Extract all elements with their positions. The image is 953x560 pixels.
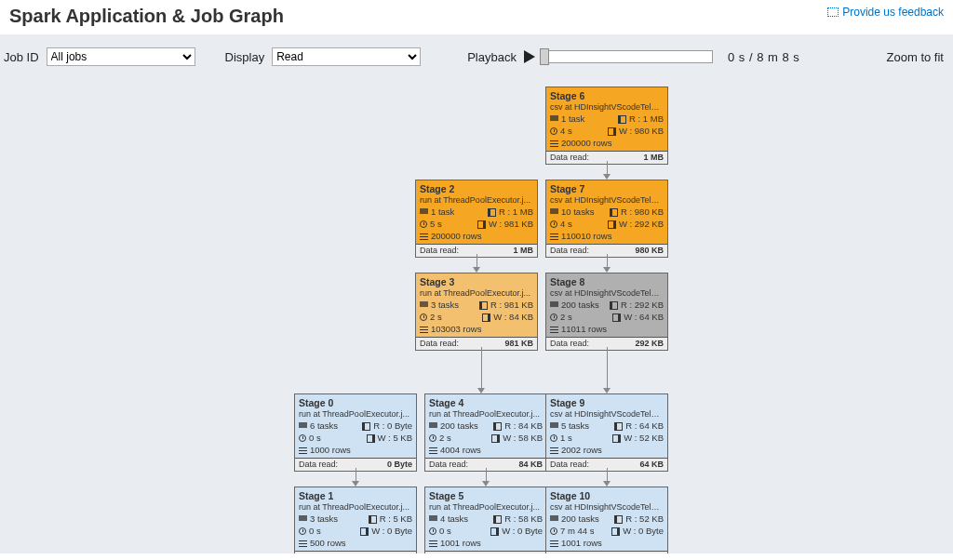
stage-write: W : 980 KB <box>619 126 664 137</box>
stage-read: R : 0 Byte <box>373 420 412 432</box>
rows-icon <box>429 540 437 548</box>
stage-title: Stage 6 <box>550 90 664 102</box>
stage-footer: Data read:58 KB <box>425 551 546 553</box>
write-icon <box>491 434 500 443</box>
write-icon <box>490 527 499 536</box>
playback-slider[interactable] <box>541 50 713 63</box>
jobid-select[interactable]: All jobs <box>47 47 195 66</box>
stage-node-s10[interactable]: Stage 10csv at HDInsightVScodeTelem...20… <box>545 487 668 553</box>
jobid-label: Job ID <box>4 50 39 64</box>
stage-read: R : 1 MB <box>499 207 533 218</box>
stage-tasks: 200 tasks <box>440 420 478 432</box>
write-icon <box>367 434 375 443</box>
read-icon <box>362 422 370 431</box>
stage-node-s2[interactable]: Stage 2run at ThreadPoolExecutor.j...1 t… <box>415 180 538 258</box>
play-icon[interactable] <box>524 50 535 63</box>
playback-time: 0 s / 8 m 8 s <box>728 50 799 64</box>
stage-title: Stage 5 <box>429 490 543 502</box>
rows-icon <box>550 447 558 455</box>
stage-node-s9[interactable]: Stage 9csv at HDInsightVScodeTelem...5 t… <box>545 393 668 472</box>
stage-node-s3[interactable]: Stage 3run at ThreadPoolExecutor.j...3 t… <box>415 273 538 351</box>
read-icon <box>610 208 618 217</box>
arrow-down-icon <box>473 267 480 273</box>
stage-write: W : 0 Byte <box>623 526 664 537</box>
tasks-icon <box>420 301 428 310</box>
page-title: Spark Application & Job Graph <box>9 6 284 27</box>
stage-subtitle: run at ThreadPoolExecutor.j... <box>429 502 543 513</box>
stage-rows: 2002 rows <box>561 445 602 456</box>
stage-rows: 110010 rows <box>561 231 611 242</box>
clock-icon <box>550 127 557 135</box>
tasks-icon <box>420 208 428 217</box>
stage-node-s7[interactable]: Stage 7csv at HDInsightVScodeTelem...10 … <box>545 180 668 258</box>
stage-time: 0 s <box>439 526 451 537</box>
display-select[interactable]: Read <box>272 47 421 66</box>
stage-read: R : 64 KB <box>625 420 664 432</box>
clock-icon <box>420 220 427 228</box>
tasks-icon <box>299 422 307 431</box>
tasks-icon <box>550 208 558 217</box>
tasks-icon <box>299 515 307 524</box>
stage-rows: 200000 rows <box>561 138 611 149</box>
stage-tasks: 1 task <box>561 113 584 125</box>
stage-node-s4[interactable]: Stage 4run at ThreadPoolExecutor.j...200… <box>424 393 547 472</box>
rows-icon <box>420 326 428 334</box>
write-icon <box>608 127 616 136</box>
zoom-to-fit[interactable]: Zoom to fit <box>887 50 944 64</box>
edge <box>607 161 608 175</box>
rows-icon <box>420 233 428 241</box>
slider-thumb[interactable] <box>540 48 549 65</box>
write-icon <box>612 434 621 443</box>
stage-tasks: 3 tasks <box>431 300 459 311</box>
tasks-icon <box>429 515 437 524</box>
clock-icon <box>299 434 306 442</box>
stage-read: R : 1 MB <box>629 113 664 125</box>
read-icon <box>614 515 623 524</box>
stage-title: Stage 0 <box>299 397 412 409</box>
stage-write: W : 52 KB <box>624 433 664 444</box>
write-icon <box>477 220 486 229</box>
rows-icon <box>550 233 558 241</box>
read-icon <box>479 301 488 310</box>
rows-icon <box>299 540 307 548</box>
stage-footer: Data read:5 KB <box>295 551 416 553</box>
stage-node-s1[interactable]: Stage 1run at ThreadPoolExecutor.j...3 t… <box>294 487 417 553</box>
stage-subtitle: run at ThreadPoolExecutor.j... <box>420 195 533 206</box>
stage-subtitle: csv at HDInsightVScodeTelem... <box>550 409 664 420</box>
stage-node-s8[interactable]: Stage 8csv at HDInsightVScodeTelem...200… <box>545 273 668 351</box>
tasks-icon <box>550 301 558 310</box>
stage-node-s6[interactable]: Stage 6csv at HDInsightVScodeTelem...1 t… <box>545 87 668 165</box>
stage-time: 1 s <box>560 433 572 444</box>
stage-rows: 500 rows <box>310 538 346 549</box>
rows-icon <box>429 447 437 455</box>
clock-icon <box>550 434 557 442</box>
feedback-link[interactable]: Provide us feedback <box>827 6 944 19</box>
arrow-down-icon <box>603 481 611 487</box>
stage-rows: 103003 rows <box>431 324 481 335</box>
stage-node-s0[interactable]: Stage 0run at ThreadPoolExecutor.j...6 t… <box>294 393 417 472</box>
stage-tasks: 6 tasks <box>310 420 338 432</box>
stage-footer: Data read:52 KB <box>546 551 667 553</box>
stage-rows: 1001 rows <box>561 538 602 549</box>
rows-icon <box>550 326 558 334</box>
stage-time: 0 s <box>309 433 321 444</box>
clock-icon <box>550 313 557 321</box>
stage-time: 0 s <box>309 526 321 537</box>
stage-write: W : 58 KB <box>503 433 543 444</box>
write-icon <box>608 220 616 229</box>
tasks-icon <box>550 115 558 124</box>
stage-node-s5[interactable]: Stage 5run at ThreadPoolExecutor.j...4 t… <box>424 487 547 553</box>
stage-footer: Data read:981 KB <box>416 337 537 350</box>
clock-icon <box>420 313 427 321</box>
stage-write: W : 64 KB <box>624 312 664 323</box>
stage-rows: 4004 rows <box>440 445 481 456</box>
read-icon <box>369 515 377 524</box>
stage-write: W : 981 KB <box>489 219 533 230</box>
graph-canvas[interactable]: Stage 6csv at HDInsightVScodeTelem...1 t… <box>0 79 953 553</box>
stage-footval: 0 Byte <box>387 460 412 470</box>
tasks-icon <box>550 515 558 524</box>
arrow-down-icon <box>482 481 490 487</box>
stage-rows: 1000 rows <box>310 445 351 456</box>
stage-tasks: 200 tasks <box>561 300 599 311</box>
rows-icon <box>550 540 558 548</box>
